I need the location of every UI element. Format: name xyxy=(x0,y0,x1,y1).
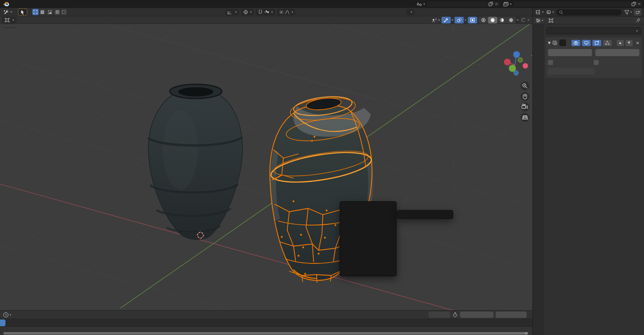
properties-editor-type-dropdown[interactable]: ▾ xyxy=(535,18,543,23)
shading-material-button[interactable] xyxy=(497,17,506,23)
mode-dropdown[interactable]: ▾ xyxy=(2,17,17,23)
view-layer-copy-icon[interactable] xyxy=(631,2,636,6)
new-collection-button[interactable] xyxy=(634,9,641,16)
editmode-toggle-icon xyxy=(595,41,599,45)
outliner-display-mode-dropdown[interactable]: ▾ xyxy=(535,10,544,15)
make-links-menu xyxy=(340,201,397,276)
blender-window: ▾ ✕ ▾ ✕ ▾ xyxy=(0,0,644,335)
modifier-editmode-toggle[interactable] xyxy=(592,40,601,46)
timeline-editor-type-icon[interactable] xyxy=(3,312,9,318)
shading-wireframe-button[interactable] xyxy=(479,17,488,23)
zoom-button[interactable] xyxy=(521,82,530,91)
transform-orientation-dropdown[interactable]: ▾ xyxy=(225,9,239,16)
view-layer-name-field[interactable]: ✕ xyxy=(513,1,643,8)
outliner-search-input[interactable] xyxy=(556,9,622,16)
timeline-editor-caret[interactable]: ▾ xyxy=(10,313,11,317)
gizmo-y-neg[interactable] xyxy=(518,58,523,62)
viewport-3d[interactable]: ‹ xyxy=(0,24,532,310)
pin-icon[interactable] xyxy=(635,18,641,23)
blender-logo-icon[interactable] xyxy=(3,1,10,7)
modifier-realtime-toggle[interactable] xyxy=(582,40,591,46)
select-mode-set[interactable] xyxy=(32,9,39,15)
select-mode-invert[interactable] xyxy=(54,9,60,15)
snap-controls[interactable]: ▾ xyxy=(256,9,275,16)
outliner-scope-dropdown[interactable]: ▾ xyxy=(546,10,554,15)
frame-start-field[interactable] xyxy=(460,312,493,318)
modifier-render-toggle[interactable] xyxy=(571,40,580,46)
copy-button[interactable] xyxy=(595,49,639,56)
timeline-header: ▾ xyxy=(0,311,532,319)
outliner-filter-dropdown[interactable]: ▾ xyxy=(624,10,632,15)
outliner-scope-caret: ▾ xyxy=(553,10,554,14)
timeline-ruler[interactable] xyxy=(0,319,532,327)
modifier-expand-arrow[interactable]: ▼ xyxy=(548,41,551,45)
view-layer-browse-caret[interactable]: ▾ xyxy=(510,3,512,6)
render-pass-icon xyxy=(521,18,527,23)
gizmos-caret[interactable]: ▾ xyxy=(452,18,453,22)
shading-rendered-button[interactable] xyxy=(506,17,516,23)
view-layer-browse-icon[interactable] xyxy=(503,2,509,7)
apply-button[interactable] xyxy=(548,49,592,56)
new-collection-icon xyxy=(636,10,640,15)
scene-unlink-icon[interactable]: ✕ xyxy=(495,2,498,6)
modifier-move-down-button[interactable]: ▼ xyxy=(626,40,633,46)
wireframe-icon xyxy=(481,18,486,23)
editor-type-icon[interactable] xyxy=(3,9,10,15)
gizmo-z-neg[interactable] xyxy=(514,71,519,75)
frame-end-field[interactable] xyxy=(496,312,527,318)
gizmos-toggle[interactable] xyxy=(441,17,451,23)
falloff-caret: ▾ xyxy=(292,10,293,14)
search-icon xyxy=(559,10,564,15)
scrollbar-knob[interactable] xyxy=(525,332,527,335)
select-mode-intersect[interactable] xyxy=(61,9,67,15)
split-angle-slider[interactable] xyxy=(548,68,595,75)
xray-toggle[interactable] xyxy=(468,17,477,23)
view-layer-remove-icon[interactable]: ✕ xyxy=(638,2,641,6)
timeline-track[interactable] xyxy=(0,327,532,331)
shading-solid-button[interactable] xyxy=(488,17,497,23)
modifier-move-up-button[interactable]: ▲ xyxy=(617,40,624,46)
scene-browse-icon[interactable] xyxy=(416,2,423,7)
editor-type-caret[interactable]: ▾ xyxy=(10,10,12,14)
shading-mode-group: ▾ xyxy=(479,17,520,23)
gizmo-z-axis[interactable] xyxy=(513,51,520,58)
modifier-delete-button[interactable]: ✕ xyxy=(636,41,639,45)
options-dropdown[interactable]: ▾ xyxy=(406,9,414,16)
falloff-curve-icon xyxy=(285,10,290,14)
pan-button[interactable] xyxy=(521,92,530,101)
shading-caret[interactable]: ▾ xyxy=(517,18,519,22)
modifier-name-field[interactable] xyxy=(559,39,566,46)
current-frame-field[interactable] xyxy=(428,312,450,318)
proportional-editing-controls[interactable]: ▾ xyxy=(277,9,296,16)
overlays-toggle-group: ▾ xyxy=(454,17,466,23)
scene-name-field[interactable]: ✕ xyxy=(426,1,500,8)
proportional-editing-icon[interactable] xyxy=(279,10,283,14)
modifier-cage-toggle[interactable] xyxy=(603,40,612,46)
properties-editor-icon xyxy=(535,18,541,23)
use-preview-range-icon[interactable] xyxy=(452,312,458,317)
edge-angle-checkbox[interactable] xyxy=(548,60,553,65)
render-toggle-icon xyxy=(574,41,578,45)
sharp-edges-checkbox[interactable] xyxy=(594,60,599,65)
overlays-caret[interactable]: ▾ xyxy=(465,18,466,22)
snap-magnet-icon[interactable] xyxy=(258,10,263,15)
select-mode-extend[interactable] xyxy=(39,9,46,15)
active-tool-button[interactable] xyxy=(18,8,27,16)
visibility-icon xyxy=(431,18,437,23)
timeline-editor: ▾ xyxy=(0,310,532,335)
pivot-point-dropdown[interactable]: ▾ xyxy=(241,9,254,16)
show-gizmo-dropdown[interactable]: ▾ xyxy=(431,18,440,23)
timeline-scrollbar[interactable] xyxy=(3,332,528,335)
gizmo-x-neg[interactable] xyxy=(523,63,528,69)
modifier-panel: ▼ ▲ ▼ ✕ xyxy=(545,37,642,78)
render-pass-dropdown[interactable]: ▾ xyxy=(521,18,529,23)
add-modifier-dropdown[interactable]: ▾ xyxy=(546,27,641,34)
scene-browse-caret[interactable]: ▾ xyxy=(423,3,425,6)
timeline-expand-arrow[interactable]: › xyxy=(0,320,2,324)
properties-content: ▾ ▼ ▲ ▼ ✕ xyxy=(544,24,644,335)
right-panel: ▾ ▾ ▾ ▾ xyxy=(532,0,644,335)
gizmo-x-axis[interactable] xyxy=(504,59,511,65)
select-mode-subtract[interactable] xyxy=(47,9,53,15)
scene-new-copy-icon[interactable] xyxy=(488,2,493,6)
overlays-toggle[interactable] xyxy=(454,17,464,23)
